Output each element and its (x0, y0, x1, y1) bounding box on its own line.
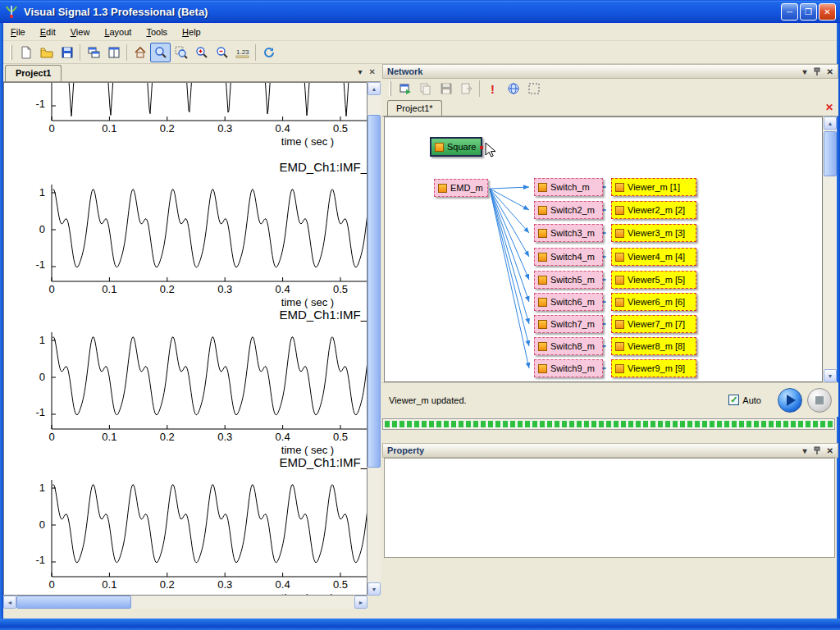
run-button[interactable]: ! (482, 79, 503, 98)
property-close-icon[interactable]: ✕ (827, 446, 833, 455)
new-button[interactable] (16, 43, 36, 62)
node-switch-3[interactable]: Switch3_m (534, 224, 603, 242)
node-viewer-8[interactable]: Viewer8_m [8] (611, 337, 696, 355)
tab-project1-network[interactable]: Project1* (387, 100, 442, 116)
progress-fill (385, 421, 833, 427)
scrollbar-thumb[interactable] (368, 115, 381, 468)
copy-button[interactable] (415, 79, 436, 98)
open-button[interactable] (36, 43, 57, 62)
zoom-scale-button[interactable]: 1.23 (232, 43, 253, 62)
node-viewer-1[interactable]: Viewer_m [1] (611, 178, 696, 196)
module-icon (615, 364, 624, 373)
minimize-icon: ─ (787, 7, 792, 16)
node-square[interactable]: Square (430, 137, 482, 157)
property-panel-title: Property (387, 445, 803, 455)
node-viewer-6[interactable]: Viewer6_m [6] (611, 293, 696, 311)
menubar: File Edit View Layout Tools Help (3, 23, 837, 41)
scrollbar-thumb[interactable] (824, 131, 837, 176)
network-view-button[interactable] (503, 79, 523, 98)
network-vertical-scrollbar[interactable]: ▲ ▼ (824, 116, 837, 382)
zoom-in-button[interactable] (191, 43, 212, 62)
node-viewer-3[interactable]: Viewer3_m [3] (611, 224, 696, 242)
tab-close-icon[interactable]: ✕ (825, 102, 833, 113)
status-text: Viewer_m updated. (389, 395, 728, 405)
save-button[interactable] (57, 43, 77, 62)
property-content[interactable] (384, 458, 835, 558)
plot-2: EMD_Ch1:IMF_ 10-1 00.10.20.30.40.5 time … (4, 160, 368, 311)
globe-icon (507, 82, 520, 95)
menu-item-tools[interactable]: Tools (139, 25, 175, 39)
menu-item-view[interactable]: View (63, 25, 98, 39)
pin-icon[interactable] (813, 446, 821, 455)
network-close-icon[interactable]: ✕ (827, 67, 833, 76)
menu-item-edit[interactable]: Edit (33, 25, 63, 39)
maximize-button[interactable]: ❐ (800, 3, 817, 21)
y-axis-ticks: 10-1 (12, 82, 48, 122)
node-switch-2[interactable]: Switch2_m (534, 201, 603, 219)
auto-checkbox[interactable]: ✓ (728, 395, 739, 405)
scrollbar-thumb[interactable] (16, 596, 131, 609)
node-switch-1[interactable]: Switch_m (534, 178, 603, 196)
node-switch-5[interactable]: Switch5_m (534, 271, 603, 289)
menu-item-layout[interactable]: Layout (97, 25, 139, 39)
menu-item-help[interactable]: Help (175, 25, 208, 39)
pin-icon[interactable] (813, 67, 821, 76)
play-button[interactable] (778, 388, 802, 413)
tile-windows-button[interactable] (103, 43, 124, 62)
check-icon: ✓ (730, 395, 737, 405)
plot-canvas (4, 176, 368, 283)
toolbar-grip[interactable] (10, 45, 12, 60)
module-icon (615, 276, 624, 285)
app-icon[interactable] (4, 4, 19, 19)
node-switch-9[interactable]: Switch9_m (534, 359, 603, 377)
node-emd-m[interactable]: EMD_m (434, 179, 488, 197)
scroll-up-button[interactable]: ▲ (368, 82, 381, 95)
vertical-scrollbar[interactable]: ▲ ▼ (368, 82, 381, 596)
property-menu-chevron-icon[interactable]: ▾ (803, 446, 807, 455)
zoom-out-button[interactable] (212, 43, 232, 62)
panel-menu-chevron-icon[interactable]: ▾ (358, 67, 363, 76)
module-icon (538, 183, 547, 192)
node-viewer-9[interactable]: Viewer9_m [9] (611, 359, 696, 377)
close-button[interactable]: ✕ (819, 3, 836, 21)
zoom-button[interactable] (150, 43, 171, 62)
toolbar-separator (80, 44, 80, 61)
home-button[interactable] (130, 43, 150, 62)
node-viewer-7[interactable]: Viewer7_m [7] (611, 315, 696, 333)
cascade-windows-button[interactable] (83, 43, 103, 62)
node-viewer-2[interactable]: Viewer2_m [2] (611, 201, 696, 219)
mouse-cursor (485, 142, 496, 158)
network-header: Network ▾ ✕ (382, 64, 838, 79)
stop-button[interactable] (807, 388, 832, 413)
export-button[interactable] (456, 79, 477, 98)
menu-item-file[interactable]: File (3, 25, 33, 39)
y-axis-ticks: 10-1 (12, 176, 48, 283)
scroll-right-button[interactable]: ► (354, 596, 368, 609)
node-viewer-5[interactable]: Viewer5_m [5] (611, 271, 696, 289)
horizontal-scrollbar[interactable]: ◄ ► (3, 596, 368, 609)
zoom-window-button[interactable] (171, 43, 191, 62)
toolbar-grip[interactable] (389, 81, 391, 96)
network-status-row: Viewer_m updated. ✓ Auto (382, 382, 838, 417)
scroll-up-button[interactable]: ▲ (824, 116, 837, 130)
save-network-button[interactable] (436, 79, 456, 98)
scroll-down-button[interactable]: ▼ (368, 582, 381, 596)
select-button[interactable] (523, 79, 544, 98)
refresh-button[interactable] (258, 43, 279, 62)
node-switch-4[interactable]: Switch4_m (534, 248, 603, 266)
scroll-down-button[interactable]: ▼ (824, 369, 837, 382)
module-icon (538, 342, 547, 351)
add-module-button[interactable] (395, 79, 415, 98)
module-icon (538, 253, 547, 262)
minimize-button[interactable]: ─ (781, 3, 798, 21)
down-arrow-icon: ▼ (828, 373, 833, 379)
network-menu-chevron-icon[interactable]: ▾ (803, 67, 807, 76)
network-canvas[interactable]: Square EMD_m Switch_m Switch2_m Switch3_… (384, 116, 823, 382)
node-switch-8[interactable]: Switch8_m (534, 337, 603, 355)
scroll-left-button[interactable]: ◄ (3, 596, 16, 609)
panel-close-icon[interactable]: ✕ (369, 67, 376, 76)
node-switch-7[interactable]: Switch7_m (534, 315, 603, 333)
node-viewer-4[interactable]: Viewer4_m [4] (611, 248, 696, 266)
tab-project1[interactable]: Project1 (5, 65, 62, 81)
node-switch-6[interactable]: Switch6_m (534, 293, 603, 311)
